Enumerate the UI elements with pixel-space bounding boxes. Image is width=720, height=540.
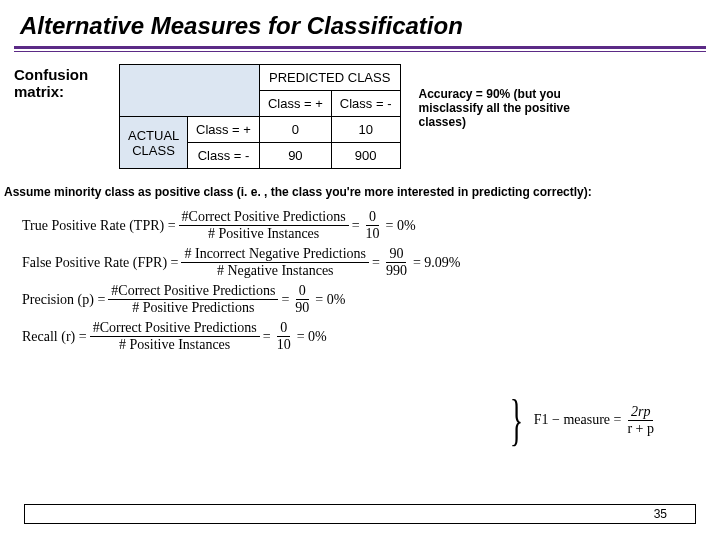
- confusion-matrix-row: Confusion matrix: PREDICTED CLASS Class …: [0, 64, 720, 169]
- cm-cell-tn: 900: [331, 143, 400, 169]
- eq-fpr-num1: # Incorrect Negative Predictions: [181, 246, 369, 263]
- cm-cell-tp: 0: [259, 117, 331, 143]
- page-number: 35: [654, 507, 667, 521]
- eq-recall-result: = 0%: [297, 329, 327, 345]
- eq-fpr: False Positive Rate (FPR) = # Incorrect …: [22, 246, 710, 279]
- cm-row-header-neg: Class = -: [188, 143, 260, 169]
- cm-actual-header: ACTUAL CLASS: [120, 117, 188, 169]
- eq-recall-den1: # Positive Instances: [116, 337, 233, 353]
- eq-fpr-den2: 990: [383, 263, 410, 279]
- eq-fpr-label: False Positive Rate (FPR) =: [22, 255, 178, 271]
- eq-recall: Recall (r) = #Correct Positive Predictio…: [22, 320, 710, 353]
- eq-precision-den2: 90: [292, 300, 312, 316]
- cm-col-header-neg: Class = -: [331, 91, 400, 117]
- eq-tpr-num1: #Correct Positive Predictions: [179, 209, 349, 226]
- eq-fpr-den1: # Negative Instances: [214, 263, 337, 279]
- accuracy-note: Accuracy = 90% (but you misclassify all …: [419, 88, 594, 129]
- cm-cell-fp: 90: [259, 143, 331, 169]
- equations-block: True Positive Rate (TPR) = #Correct Posi…: [0, 205, 720, 361]
- title-divider-thick: [14, 46, 706, 49]
- eq-f1-label: F1 − measure =: [534, 412, 622, 428]
- cm-blank-corner: [120, 65, 260, 117]
- eq-recall-label: Recall (r) =: [22, 329, 87, 345]
- eq-precision-num2: 0: [296, 283, 309, 300]
- eq-precision-label: Precision (p) =: [22, 292, 105, 308]
- eq-precision-den1: # Positive Predictions: [129, 300, 257, 316]
- eq-tpr: True Positive Rate (TPR) = #Correct Posi…: [22, 209, 710, 242]
- cm-cell-fn: 10: [331, 117, 400, 143]
- eq-recall-num2: 0: [277, 320, 290, 337]
- eq-tpr-num2: 0: [366, 209, 379, 226]
- cm-row-header-pos: Class = +: [188, 117, 260, 143]
- confusion-matrix-table: PREDICTED CLASS Class = + Class = - ACTU…: [119, 64, 401, 169]
- cm-col-header-pos: Class = +: [259, 91, 331, 117]
- eq-precision-num1: #Correct Positive Predictions: [108, 283, 278, 300]
- eq-recall-num1: #Correct Positive Predictions: [90, 320, 260, 337]
- slide-title: Alternative Measures for Classification: [0, 0, 720, 46]
- eq-tpr-result: = 0%: [386, 218, 416, 234]
- confusion-matrix-label: Confusion matrix:: [14, 64, 119, 100]
- eq-tpr-den2: 10: [363, 226, 383, 242]
- eq-tpr-label: True Positive Rate (TPR) =: [22, 218, 176, 234]
- eq-fpr-num2: 90: [386, 246, 406, 263]
- eq-f1-num: 2rp: [628, 404, 653, 421]
- eq-fpr-result: = 9.09%: [413, 255, 461, 271]
- eq-f1-den: r + p: [624, 421, 657, 437]
- title-divider-thin: [14, 51, 706, 52]
- cm-predicted-header: PREDICTED CLASS: [259, 65, 400, 91]
- assume-text: Assume minority class as positive class …: [0, 169, 720, 205]
- eq-tpr-den1: # Positive Instances: [205, 226, 322, 242]
- eq-f1: } F1 − measure = 2rp r + p: [499, 402, 660, 438]
- eq-precision: Precision (p) = #Correct Positive Predic…: [22, 283, 710, 316]
- eq-precision-result: = 0%: [315, 292, 345, 308]
- brace-icon: }: [510, 402, 523, 438]
- eq-recall-den2: 10: [274, 337, 294, 353]
- footer-bar: 35: [24, 504, 696, 524]
